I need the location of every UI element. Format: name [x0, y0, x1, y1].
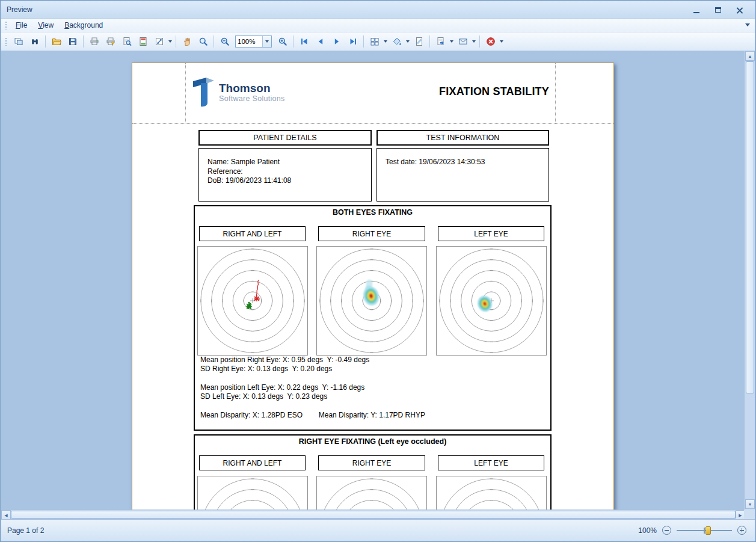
zoom-in-icon — [278, 37, 287, 46]
menu-bar: File View Background — [1, 19, 755, 32]
zoom-out-status-button[interactable] — [662, 526, 671, 535]
close-window-button[interactable] — [732, 4, 748, 16]
multiple-pages-icon — [370, 37, 380, 46]
toolbar-grip — [5, 37, 8, 46]
logo — [191, 75, 218, 111]
fixation-plot-both-right-eye — [316, 246, 427, 356]
menu-file[interactable]: File — [10, 19, 32, 31]
last-page-button[interactable] — [345, 34, 360, 49]
minimize-button[interactable] — [689, 4, 704, 16]
menu-view[interactable]: View — [32, 19, 59, 31]
fill-background-icon — [392, 37, 402, 46]
menu-background[interactable]: Background — [59, 19, 108, 31]
vertical-scrollbar[interactable]: ▲ ▼ — [744, 51, 755, 510]
email-dropdown-arrow[interactable] — [471, 34, 477, 49]
watermark-button[interactable] — [411, 34, 426, 49]
menubar-overflow-button[interactable] — [745, 23, 750, 26]
customize-button[interactable] — [11, 34, 26, 49]
zoom-dropdown-arrow[interactable] — [262, 36, 271, 47]
scrollbar-corner — [744, 510, 755, 519]
status-zoom-value: 100% — [638, 526, 657, 535]
open-folder-icon — [52, 37, 61, 46]
patient-name: Name: Sample Patient — [207, 158, 371, 167]
zoom-out-button[interactable] — [217, 34, 232, 49]
scroll-left-button[interactable]: ◀ — [1, 510, 11, 520]
fixation-plot-occluded-right-left — [197, 476, 308, 510]
minimize-icon — [693, 12, 699, 13]
export-dropdown-arrow[interactable] — [449, 34, 455, 49]
quick-print-button[interactable] — [103, 34, 118, 49]
menu-grip — [5, 21, 8, 29]
zoom-in-status-button[interactable] — [737, 526, 746, 535]
toolbar-overflow-arrow[interactable] — [499, 34, 505, 49]
scroll-up-button[interactable]: ▲ — [745, 51, 755, 61]
document-viewport[interactable]: Thomson Software Solutions FIXATION STAB… — [1, 51, 745, 510]
zoom-slider-thumb[interactable] — [705, 526, 711, 535]
margin-guide — [185, 63, 186, 123]
scale-button[interactable] — [152, 34, 167, 49]
stat-mean-left: Mean position Left Eye: X: 0.22 degs Y: … — [200, 383, 364, 392]
scroll-down-button[interactable]: ▼ — [745, 499, 755, 509]
send-email-button[interactable] — [455, 34, 470, 49]
export-icon — [436, 37, 446, 46]
first-page-button[interactable] — [297, 34, 312, 49]
scale-icon — [155, 37, 164, 46]
panel-header-left-eye: LEFT EYE — [438, 455, 544, 470]
test-information-header: TEST INFORMATION — [376, 130, 549, 146]
options-button[interactable] — [119, 34, 134, 49]
watermark-icon — [414, 37, 424, 46]
next-page-button[interactable] — [329, 34, 344, 49]
previous-page-button[interactable] — [313, 34, 328, 49]
patient-reference: Reference: — [207, 167, 371, 177]
exit-button[interactable] — [483, 34, 498, 49]
status-zoom-controls: 100% — [638, 526, 746, 535]
menu-view-label: View — [38, 21, 54, 29]
report-title: FIXATION STABILITY — [439, 85, 549, 98]
fixation-plot-occluded-right-eye — [316, 476, 427, 510]
next-page-icon — [332, 37, 342, 46]
title-bar[interactable]: Preview — [1, 1, 755, 19]
save-icon — [68, 37, 78, 46]
fill-background-dropdown-arrow[interactable] — [405, 34, 411, 49]
separator — [214, 35, 214, 48]
scale-dropdown-arrow[interactable] — [167, 34, 173, 49]
magnifier-button[interactable] — [195, 34, 211, 49]
exit-icon — [486, 37, 496, 46]
horizontal-scrollbar[interactable]: ◀ ▶ — [1, 510, 745, 519]
fixation-plot-occluded-left-eye — [436, 476, 547, 510]
print-button[interactable] — [87, 34, 102, 49]
export-document-button[interactable] — [433, 34, 448, 49]
search-button[interactable] — [27, 34, 42, 49]
zoom-slider[interactable] — [677, 526, 732, 535]
status-bar: Page 1 of 2 100% — [1, 519, 755, 541]
patient-details-header: PATIENT DETAILS — [198, 130, 372, 146]
margin-guide — [132, 123, 613, 124]
separator — [176, 35, 176, 48]
window-title: Preview — [7, 5, 32, 14]
vertical-scroll-thumb[interactable] — [746, 61, 754, 393]
panel-header-right-eye: RIGHT EYE — [318, 455, 425, 470]
save-button[interactable] — [65, 34, 80, 49]
menu-file-label: File — [16, 21, 27, 29]
logo-text: Thomson Software Solutions — [219, 82, 285, 103]
multiple-pages-button[interactable] — [367, 34, 382, 49]
zoom-input[interactable] — [236, 37, 262, 46]
maximize-button[interactable] — [710, 4, 726, 16]
horizontal-scroll-thumb[interactable] — [11, 511, 736, 519]
separator — [45, 35, 46, 48]
patient-details-box: Name: Sample Patient Reference: DoB: 19/… — [198, 148, 372, 202]
separator — [363, 35, 364, 48]
zoom-slider-tick — [704, 528, 705, 534]
preview-window: Preview File View Background — [0, 0, 756, 542]
stat-mean-right: Mean position Right Eye: X: 0.95 degs Y:… — [200, 356, 369, 364]
fill-background-button[interactable] — [389, 34, 404, 49]
header-footer-button[interactable] — [135, 34, 150, 49]
open-button[interactable] — [49, 34, 64, 49]
test-information-box: Test date: 19/06/2023 14:30:53 — [376, 148, 549, 202]
hand-tool-icon — [182, 37, 192, 46]
separator — [429, 35, 430, 48]
panel-header-left-eye: LEFT EYE — [438, 226, 544, 241]
multiple-pages-dropdown-arrow[interactable] — [383, 34, 389, 49]
zoom-in-button[interactable] — [275, 34, 290, 49]
hand-tool-button[interactable] — [179, 34, 194, 49]
